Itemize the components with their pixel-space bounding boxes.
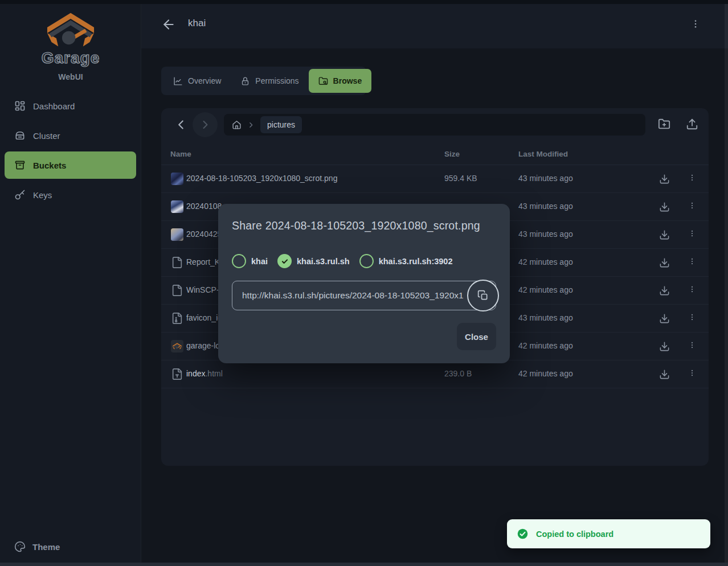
file-type-icon xyxy=(171,368,183,380)
file-modified: 43 minutes ago xyxy=(518,202,573,211)
radio-label: khai.s3.rul.sh:3902 xyxy=(379,257,453,266)
radio-checked-icon xyxy=(277,254,292,268)
download-icon xyxy=(659,229,670,240)
tab-browse[interactable]: Browse xyxy=(309,69,372,93)
download-icon xyxy=(659,313,670,324)
download-icon xyxy=(659,341,670,352)
row-menu-button[interactable] xyxy=(688,174,696,184)
chevron-right-icon xyxy=(247,121,255,129)
download-icon xyxy=(659,285,670,296)
page-header: khai xyxy=(141,0,728,48)
file-modified: 42 minutes ago xyxy=(518,285,573,294)
sidebar-item-dashboard[interactable]: Dashboard xyxy=(5,92,136,120)
copy-icon xyxy=(477,290,489,301)
row-menu-button[interactable] xyxy=(688,257,696,268)
toast-notification: Copied to clipboard xyxy=(507,519,710,548)
download-button[interactable] xyxy=(659,341,670,352)
bucket-menu-button[interactable] xyxy=(689,17,702,31)
sidebar-item-label: Keys xyxy=(33,190,52,200)
sidebar: Garage WebUI Dashboard Cluster Buckets K… xyxy=(0,0,141,566)
download-button[interactable] xyxy=(659,313,670,324)
row-menu-button[interactable] xyxy=(688,285,696,296)
file-size: 959.4 KB xyxy=(444,174,477,183)
key-icon xyxy=(14,189,26,200)
table-row[interactable]: index.html 239.0 B 42 minutes ago xyxy=(161,360,709,388)
sidebar-item-buckets[interactable]: Buckets xyxy=(5,151,136,179)
table-row[interactable]: 2024-08-18-105203_1920x1080_scrot.png 95… xyxy=(161,165,709,193)
radio-label: khai xyxy=(251,257,268,266)
file-modified: 43 minutes ago xyxy=(518,313,573,322)
file-name: garage-lo xyxy=(186,341,220,350)
new-folder-button[interactable] xyxy=(658,118,670,130)
download-button[interactable] xyxy=(659,257,670,268)
row-menu-button[interactable] xyxy=(688,341,696,352)
buckets-icon xyxy=(14,159,26,171)
radio-label: khai.s3.rul.sh xyxy=(297,257,350,266)
kebab-menu-icon xyxy=(690,19,701,29)
download-icon xyxy=(659,202,670,212)
kebab-menu-icon xyxy=(688,229,696,237)
bucket-tabs: Overview Permissions Browse xyxy=(161,67,366,95)
download-button[interactable] xyxy=(659,229,670,240)
file-name: 20240108 xyxy=(186,202,222,211)
radio-option-khai-s3-3902[interactable]: khai.s3.rul.sh:3902 xyxy=(359,254,453,268)
row-menu-button[interactable] xyxy=(688,313,696,324)
app-subtitle: WebUI xyxy=(0,72,141,81)
horizontal-scrollbar[interactable] xyxy=(0,563,728,566)
file-icon xyxy=(171,284,183,297)
file-name: index.html xyxy=(186,369,223,378)
tab-overview[interactable]: Overview xyxy=(163,69,231,93)
copy-url-button[interactable] xyxy=(467,280,499,311)
sidebar-nav: Dashboard Cluster Buckets Keys xyxy=(5,92,136,208)
radio-unchecked-icon xyxy=(232,254,246,268)
image-thumbnail xyxy=(171,173,183,185)
table-header: Name Size Last Modified xyxy=(161,145,709,165)
history-back-button[interactable] xyxy=(174,117,189,132)
close-button[interactable]: Close xyxy=(457,323,496,350)
row-menu-button[interactable] xyxy=(688,369,696,380)
app-logo: Garage WebUI xyxy=(0,13,141,81)
dashboard-icon xyxy=(14,100,26,112)
download-icon xyxy=(659,174,670,184)
download-button[interactable] xyxy=(659,174,670,184)
row-menu-button[interactable] xyxy=(688,229,696,240)
download-button[interactable] xyxy=(659,369,670,380)
breadcrumb: pictures xyxy=(224,114,645,136)
check-icon xyxy=(281,257,289,265)
download-button[interactable] xyxy=(659,202,670,212)
lock-icon xyxy=(240,76,250,86)
file-size: 239.0 B xyxy=(444,369,472,378)
window-top-edge xyxy=(0,0,728,4)
column-header-name: Name xyxy=(170,150,191,158)
download-button[interactable] xyxy=(659,285,670,296)
chart-icon xyxy=(173,76,183,86)
file-name-base: index xyxy=(186,369,205,378)
file-name: 2024-08-18-105203_1920x1080_scrot.png xyxy=(186,174,337,183)
radio-option-khai-s3[interactable]: khai.s3.rul.sh xyxy=(277,254,350,268)
sidebar-item-label: Dashboard xyxy=(33,101,75,111)
file-icon xyxy=(171,256,183,269)
breadcrumb-segment-pictures[interactable]: pictures xyxy=(260,116,302,133)
garage-logo-icon xyxy=(46,13,96,48)
sidebar-item-cluster[interactable]: Cluster xyxy=(5,122,136,149)
kebab-menu-icon xyxy=(688,313,696,321)
theme-button[interactable]: Theme xyxy=(5,534,136,559)
home-icon[interactable] xyxy=(232,120,242,130)
file-modified: 42 minutes ago xyxy=(518,257,573,266)
radio-option-khai[interactable]: khai xyxy=(232,254,268,268)
sidebar-item-keys[interactable]: Keys xyxy=(5,181,136,208)
vertical-scrollbar[interactable] xyxy=(725,4,728,563)
chevron-left-icon xyxy=(174,117,189,132)
kebab-menu-icon xyxy=(688,341,696,349)
tab-permissions[interactable]: Permissions xyxy=(231,69,308,93)
column-header-modified: Last Modified xyxy=(518,150,568,158)
back-button[interactable] xyxy=(160,16,177,33)
upload-icon xyxy=(686,118,698,130)
row-menu-button[interactable] xyxy=(688,202,696,212)
share-url-input[interactable] xyxy=(232,281,496,310)
sidebar-item-label: Buckets xyxy=(33,161,66,170)
theme-label: Theme xyxy=(32,542,60,552)
file-modified: 43 minutes ago xyxy=(518,229,573,239)
upload-button[interactable] xyxy=(686,118,698,130)
history-forward-button[interactable] xyxy=(193,112,218,137)
